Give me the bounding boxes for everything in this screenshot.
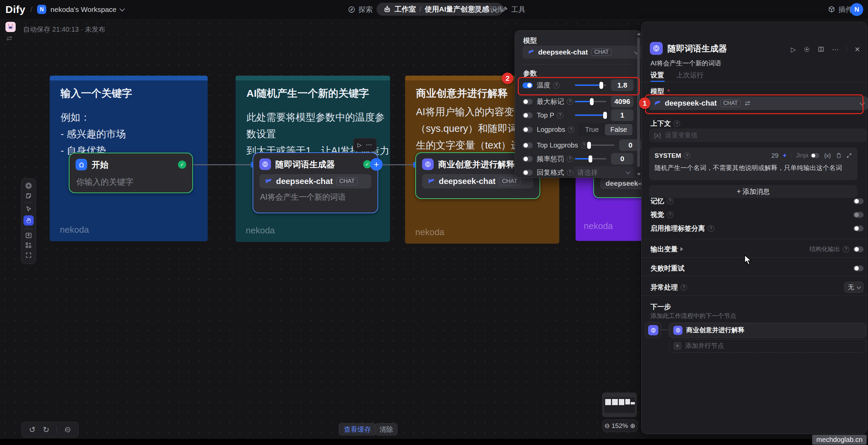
- system-prompt-text[interactable]: 随机产生一个名词，不需要其他说明或解释，只单纯输出这个名词: [649, 159, 857, 177]
- node-play-icon[interactable]: ▷: [357, 142, 361, 148]
- reasoning-split-toggle[interactable]: [853, 226, 864, 231]
- retry-toggle[interactable]: [853, 265, 864, 271]
- expand-arrow-icon[interactable]: [680, 247, 683, 251]
- freq-penalty-value[interactable]: 0: [611, 153, 633, 165]
- organize-nodes-button[interactable]: [25, 242, 32, 249]
- max-tokens-toggle[interactable]: [523, 99, 533, 105]
- max-tokens-slider[interactable]: [575, 101, 606, 102]
- context-input[interactable]: {x} 设置变量值: [649, 128, 867, 142]
- node-model-selector[interactable]: deepseek-chat CHAT: [259, 174, 371, 188]
- next-step-desc: 添加此工作流程中的下一个节点: [650, 312, 736, 320]
- help-icon: ?: [843, 246, 849, 252]
- nav-explore[interactable]: 探索: [348, 5, 373, 14]
- fit-view-button[interactable]: [25, 252, 32, 259]
- logprobs-true-button[interactable]: True: [579, 124, 605, 135]
- nav-plugins[interactable]: 插件: [828, 5, 853, 14]
- resp-format-toggle[interactable]: [523, 170, 533, 175]
- deepseek-icon: [527, 48, 535, 56]
- structured-output-toggle[interactable]: [853, 246, 864, 252]
- expand-icon[interactable]: [846, 153, 852, 158]
- add-note-button[interactable]: [25, 193, 32, 199]
- robot-emoji-icon: [7, 23, 14, 31]
- plus-icon: +: [673, 342, 681, 350]
- hand-tool-button[interactable]: [23, 215, 34, 226]
- memory-toggle[interactable]: [853, 198, 864, 204]
- reasoning-split-row: 启用推理标签分离?: [650, 224, 864, 233]
- help-icon: ?: [557, 112, 563, 119]
- redo-icon[interactable]: ↻: [43, 425, 49, 434]
- help-icon: ?: [567, 169, 573, 176]
- view-cache-button[interactable]: 查看缓存: [339, 423, 376, 435]
- run-node-icon[interactable]: ▷: [791, 46, 796, 53]
- top-logprobs-toggle[interactable]: [523, 142, 533, 148]
- generate-sparkle-icon[interactable]: ✦: [782, 152, 787, 159]
- workspace-chevron-icon[interactable]: [119, 6, 125, 12]
- node-more-icon[interactable]: ⋯: [366, 141, 372, 149]
- pointer-tool-button[interactable]: [26, 206, 32, 212]
- scroll-down-icon[interactable]: [637, 173, 641, 175]
- zoom-level[interactable]: 152%: [612, 422, 628, 430]
- top-p-slider[interactable]: [575, 114, 606, 116]
- annotation-box-model: [645, 94, 864, 114]
- output-vars-row: 输出变量 结构化输出 ?: [650, 244, 864, 254]
- param-row-max-tokens: 最大标记? 4096: [523, 95, 633, 108]
- tab-last-run[interactable]: 上次运行: [676, 71, 704, 80]
- copy-icon[interactable]: [836, 153, 841, 158]
- minimap[interactable]: [602, 393, 637, 417]
- resp-format-select[interactable]: 请选择: [573, 166, 633, 178]
- error-handling-select[interactable]: 无: [844, 282, 864, 293]
- logprobs-toggle[interactable]: [523, 127, 533, 133]
- add-parallel-node-button[interactable]: + 添加并行节点: [669, 339, 866, 353]
- app-icon[interactable]: [5, 22, 16, 32]
- add-next-node-button[interactable]: +: [370, 158, 383, 171]
- add-node-button[interactable]: [25, 182, 32, 189]
- model-type-tag: CHAT: [591, 48, 612, 56]
- vision-row: 视觉?: [650, 210, 864, 219]
- llm-node-icon: [673, 326, 682, 335]
- vision-toggle[interactable]: [853, 212, 864, 218]
- node-title: 随即词语生成器: [275, 159, 335, 170]
- top-p-toggle[interactable]: [523, 112, 533, 118]
- more-icon[interactable]: ⋯: [832, 45, 839, 53]
- workspace-name[interactable]: nekoda's Workspace: [50, 5, 116, 14]
- system-label: SYSTEM: [655, 152, 681, 159]
- popup-model-selector[interactable]: deepseek-chat CHAT: [523, 46, 642, 59]
- zoom-out-icon[interactable]: ⊖: [604, 422, 610, 430]
- app-settings-icon[interactable]: [6, 35, 13, 42]
- dify-logo[interactable]: Dify: [5, 4, 26, 15]
- next-node-card[interactable]: 商业创意并进行解释: [669, 323, 866, 338]
- logprobs-segment: True False: [578, 123, 633, 136]
- undo-icon[interactable]: ↺: [29, 425, 35, 434]
- freq-penalty-toggle[interactable]: [523, 156, 533, 162]
- top-p-value[interactable]: 1: [611, 109, 633, 121]
- scroll-up-icon[interactable]: [637, 33, 641, 35]
- node-llm-random-word[interactable]: 随即词语生成器 ✓ deepseek-chat CHAT AI将会产生一个新的词…: [253, 152, 378, 213]
- user-avatar[interactable]: N: [850, 3, 863, 16]
- nav-tools[interactable]: 工具: [501, 5, 526, 14]
- note-title: AI随机产生一个新的关键字: [246, 87, 369, 101]
- close-icon[interactable]: ✕: [854, 45, 860, 53]
- node-start[interactable]: 开始 ✓ 你输入的关键字: [69, 153, 193, 193]
- tab-settings[interactable]: 设置: [650, 71, 664, 80]
- zoom-in-icon[interactable]: ⊕: [630, 422, 636, 430]
- change-history-icon[interactable]: [64, 426, 71, 433]
- node-model-selector[interactable]: deepseek-chat: [600, 178, 646, 189]
- top-logprobs-slider[interactable]: [587, 144, 614, 146]
- system-prompt-block[interactable]: SYSTEM ? 29 ✦ Jinja {x} 随机产生一个名词，不需要其他说明…: [649, 148, 857, 180]
- structured-output-label: 结构化输出: [809, 245, 840, 253]
- variable-icon[interactable]: {x}: [824, 152, 831, 159]
- panel-node-title[interactable]: 随即词语生成器: [668, 43, 727, 54]
- docs-icon[interactable]: [818, 46, 824, 53]
- freq-penalty-slider[interactable]: [575, 158, 606, 159]
- jinja-toggle[interactable]: [810, 153, 819, 158]
- single-step-icon[interactable]: [803, 46, 810, 53]
- nav-knowledge[interactable]: 知识库: [472, 5, 504, 14]
- help-icon: ?: [680, 284, 687, 291]
- max-tokens-value[interactable]: 4096: [611, 96, 633, 107]
- variable-icon: {x}: [654, 132, 661, 139]
- export-image-button[interactable]: [25, 232, 32, 239]
- help-icon: ?: [567, 156, 573, 162]
- logprobs-false-button[interactable]: False: [605, 124, 632, 135]
- clear-cache-button[interactable]: 清除: [375, 423, 398, 435]
- workspace-avatar[interactable]: N: [37, 5, 46, 14]
